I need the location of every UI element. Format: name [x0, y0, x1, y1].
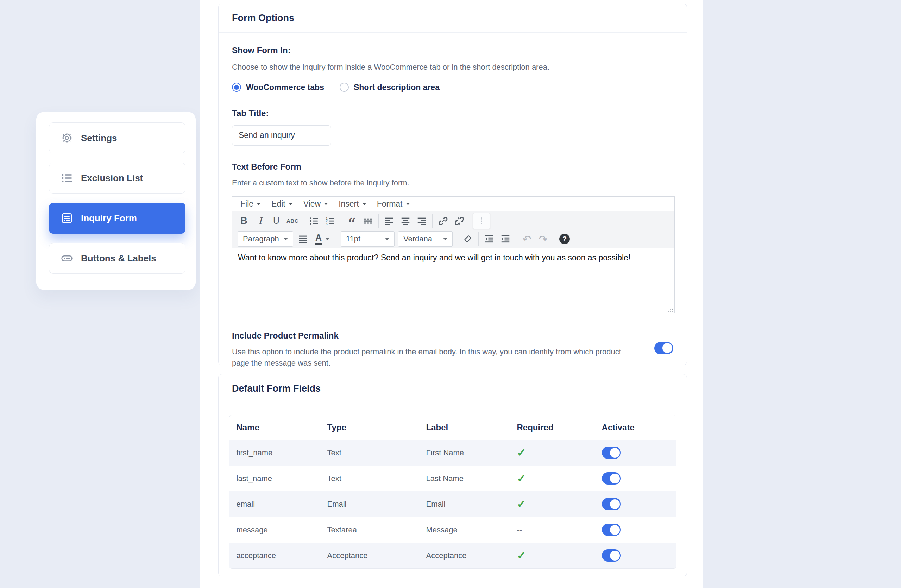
eraser-icon: [463, 234, 473, 244]
align-center-button[interactable]: [398, 213, 413, 229]
menu-file-label: File: [240, 199, 253, 208]
justify-button[interactable]: [295, 231, 311, 247]
field-label: Last Name: [426, 474, 517, 483]
menu-insert[interactable]: Insert: [333, 197, 372, 211]
form-options-header: Form Options: [218, 4, 687, 33]
field-name: message: [237, 525, 327, 535]
menu-insert-label: Insert: [338, 199, 359, 208]
insert-link-button[interactable]: [435, 213, 451, 229]
editor-statusbar: [232, 306, 674, 313]
outdent-button[interactable]: [481, 231, 497, 247]
underline-icon: U: [273, 216, 279, 226]
tab-title-input[interactable]: [232, 125, 331, 146]
table-row-last-name: last_name Text Last Name ✓: [229, 465, 676, 491]
activate-toggle[interactable]: [602, 472, 621, 485]
numbered-list-button[interactable]: 1 2 3: [322, 213, 338, 229]
gear-icon: [61, 132, 73, 144]
menu-view[interactable]: View: [298, 197, 333, 211]
chevron-down-icon: [257, 203, 261, 205]
menu-file[interactable]: File: [235, 197, 266, 211]
underline-button[interactable]: U: [268, 213, 284, 229]
sidebar-item-inquiry-form[interactable]: Inquiry Form: [49, 203, 186, 234]
activate-toggle[interactable]: [602, 524, 621, 536]
help-button[interactable]: ?: [556, 231, 573, 247]
font-family-value: Verdana: [403, 234, 432, 244]
horizontal-rule-button[interactable]: [360, 213, 376, 229]
column-header-label: Label: [426, 423, 517, 432]
strikethrough-icon: ABC: [287, 218, 298, 224]
redo-button[interactable]: ↷: [535, 231, 551, 247]
check-icon: ✓: [517, 498, 526, 510]
menu-edit[interactable]: Edit: [266, 197, 298, 211]
column-header-name: Name: [237, 423, 327, 432]
table-row-email: email Email Email ✓: [229, 491, 676, 517]
align-left-button[interactable]: [381, 213, 398, 229]
bold-button[interactable]: B: [236, 213, 252, 229]
sidebar-item-exclusion-list[interactable]: Exclusion List: [49, 163, 186, 193]
table-row-first-name: first_name Text First Name ✓: [229, 440, 676, 465]
bold-icon: B: [240, 215, 248, 226]
toolbar-toggle-button[interactable]: [473, 213, 490, 229]
editor-content-area[interactable]: Want to know more about this product? Se…: [232, 248, 674, 306]
activate-toggle[interactable]: [602, 498, 621, 510]
remove-format-button[interactable]: [460, 231, 476, 247]
toolbar-separator: [336, 232, 337, 246]
list-icon: [61, 172, 73, 184]
field-name: email: [237, 500, 327, 509]
bulleted-list-button[interactable]: [306, 213, 322, 229]
sidebar-item-settings[interactable]: Settings: [49, 123, 186, 153]
default-form-fields-header: Default Form Fields: [218, 375, 687, 403]
unlink-button[interactable]: [451, 213, 468, 229]
text-before-form-label: Text Before Form: [232, 162, 673, 172]
font-size-select[interactable]: 11pt: [341, 231, 394, 247]
activate-toggle[interactable]: [602, 549, 621, 562]
link-icon: [438, 216, 448, 226]
include-permalink-toggle[interactable]: [654, 342, 673, 354]
radio-unselected-icon[interactable]: [340, 83, 349, 92]
horizontal-rule-icon: [363, 216, 373, 226]
text-color-button[interactable]: A: [311, 231, 334, 247]
blockquote-button[interactable]: “: [343, 213, 360, 229]
form-icon: [61, 212, 73, 224]
settings-sidebar: Settings Exclusion List Inquiry Form: [36, 112, 196, 290]
font-family-select[interactable]: Verdana: [398, 231, 453, 247]
bulleted-list-icon: [309, 216, 319, 226]
italic-button[interactable]: I: [252, 213, 268, 229]
radio-selected-icon[interactable]: [232, 83, 241, 92]
outdent-icon: [484, 234, 494, 244]
menu-view-label: View: [303, 199, 321, 208]
strikethrough-button[interactable]: ABC: [284, 213, 301, 229]
field-label: Email: [426, 500, 517, 509]
not-required-mark: --: [517, 525, 522, 534]
resize-grabber[interactable]: [668, 307, 673, 312]
sidebar-item-label: Settings: [81, 133, 117, 143]
form-options-title: Form Options: [232, 12, 294, 23]
undo-button[interactable]: ↶: [519, 231, 535, 247]
field-type: Acceptance: [327, 551, 426, 560]
check-icon: ✓: [517, 549, 526, 562]
field-name: first_name: [237, 448, 327, 457]
toolbar-separator: [432, 214, 433, 228]
align-right-icon: [416, 216, 427, 226]
align-right-button[interactable]: [413, 213, 430, 229]
main-content: Form Options Show Form In: Choose to sho…: [200, 0, 703, 588]
column-header-activate: Activate: [602, 423, 669, 432]
redo-icon: ↷: [538, 233, 547, 245]
rich-text-editor: File Edit View Insert Format: [232, 196, 675, 313]
form-options-card: Form Options Show Form In: Choose to sho…: [218, 3, 687, 365]
toolbar-separator: [516, 232, 516, 246]
radio-option-short-description[interactable]: Short description area: [340, 83, 440, 92]
field-type: Text: [327, 474, 426, 483]
menu-format[interactable]: Format: [372, 197, 415, 211]
svg-text:3: 3: [326, 222, 328, 225]
field-name: last_name: [237, 474, 327, 483]
field-label: Acceptance: [426, 551, 517, 560]
include-permalink-label: Include Product Permalink: [232, 331, 637, 341]
paragraph-format-select[interactable]: Paragraph: [238, 231, 293, 247]
indent-button[interactable]: [497, 231, 513, 247]
show-form-in-description: Choose to show the inquiry form inside a…: [232, 62, 673, 73]
activate-toggle[interactable]: [602, 446, 621, 459]
default-form-fields-title: Default Form Fields: [232, 383, 321, 394]
sidebar-item-buttons-labels[interactable]: Buttons & Labels: [49, 243, 186, 274]
radio-option-woocommerce-tabs[interactable]: WooCommerce tabs: [232, 83, 324, 92]
